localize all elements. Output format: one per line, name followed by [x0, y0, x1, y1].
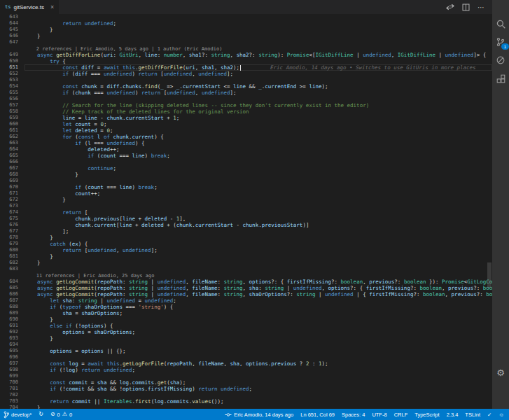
line-content[interactable]: line = line - chunk.currentStart + 1;	[25, 115, 492, 121]
code-line[interactable]: 654 const chunk = diff.chunks.find(_ => …	[0, 83, 492, 90]
code-line[interactable]: 656	[0, 96, 492, 102]
sync-button[interactable]: ↻	[35, 409, 47, 420]
extensions-icon[interactable]	[495, 73, 506, 84]
code-line[interactable]: 684 async getLogCommit(repoPath: string …	[0, 279, 492, 285]
line-content[interactable]: catch (ex) {	[25, 241, 492, 247]
code-line[interactable]: 676 chunk.current[line + deleted + (chun…	[0, 222, 492, 228]
code-line[interactable]: 661 let deleted = 0;	[0, 127, 492, 134]
line-content[interactable]: let count = 0;	[25, 121, 492, 127]
line-content[interactable]: sha = shaOrOptions;	[25, 310, 492, 316]
line-content[interactable]: if (diff === undefined) return [undefine…	[25, 71, 492, 77]
code-line[interactable]: 692 options = shaOrOptions;	[0, 329, 492, 335]
code-line[interactable]: 645 }	[0, 27, 492, 33]
line-content[interactable]	[25, 354, 492, 360]
code-line[interactable]: 681 }	[0, 253, 492, 260]
line-content[interactable]: if (l === undefined) {	[25, 140, 492, 146]
line-content[interactable]: 11 references | Eric Amodio, 25 days ago	[25, 272, 492, 279]
line-content[interactable]	[25, 373, 492, 379]
line-content[interactable]: }	[25, 260, 492, 266]
line-content[interactable]: async getLogCommit(repoPath: string | un…	[25, 279, 492, 285]
code-line[interactable]: 670 if (count === line) break;	[0, 184, 492, 190]
code-line[interactable]: 660 let count = 0;	[0, 121, 492, 127]
line-content[interactable]	[25, 266, 492, 272]
line-content[interactable]: continue;	[25, 165, 492, 172]
line-content[interactable]: 2 references | Eric Amodio, 5 days ago |…	[25, 46, 492, 52]
scrollbar-thumb[interactable]	[487, 262, 491, 288]
code-line[interactable]: 671 count++;	[0, 190, 492, 197]
line-content[interactable]: }	[25, 234, 492, 241]
language-indicator[interactable]: TypeScript	[411, 412, 442, 418]
code-line[interactable]: 700 const commit = sha && log.commits.ge…	[0, 379, 492, 386]
code-line[interactable]: 673	[0, 203, 492, 209]
line-content[interactable]: if (typeof shaOrOptions === 'string') {	[25, 304, 492, 310]
line-content[interactable]: }	[25, 316, 492, 323]
code-line[interactable]: 652 if (diff === undefined) return [unde…	[0, 71, 492, 77]
tslint-indicator[interactable]: TSLint	[461, 412, 484, 418]
code-line[interactable]: 695 options = options || {};	[0, 348, 492, 354]
code-line[interactable]: 701 if (!commit && sha && !options.first…	[0, 386, 492, 392]
line-content[interactable]: options = options || {};	[25, 348, 492, 354]
open-changes-icon[interactable]	[446, 4, 454, 10]
line-content[interactable]: return [undefined, undefined];	[25, 247, 492, 253]
line-content[interactable]: count++;	[25, 190, 492, 197]
check-icon[interactable]: ✓	[484, 412, 495, 418]
line-content[interactable]	[25, 392, 492, 398]
code-editor[interactable]: 643644 return undefined;645 }646 }647 2 …	[0, 14, 492, 409]
codelens-row[interactable]: 2 references | Eric Amodio, 5 days ago |…	[0, 46, 492, 52]
line-content[interactable]: if (!log) return undefined;	[25, 367, 492, 373]
split-editor-icon[interactable]	[462, 4, 470, 11]
code-line[interactable]: 691 else if (!options) {	[0, 323, 492, 329]
code-line[interactable]: 658 // Keep track of the deleted lines f…	[0, 108, 492, 115]
code-line[interactable]: 668 }	[0, 172, 492, 178]
problems-indicator[interactable]: ⊘ 0 ⚠ 0	[47, 409, 76, 420]
code-line[interactable]: 680 return [undefined, undefined];	[0, 247, 492, 253]
line-content[interactable]: options = shaOrOptions;	[25, 329, 492, 335]
code-line[interactable]: 669	[0, 178, 492, 184]
source-control-icon[interactable]: 1	[495, 36, 506, 48]
code-line[interactable]: 647	[0, 39, 492, 46]
code-line[interactable]: 696	[0, 354, 492, 360]
line-content[interactable]: return commit || Iterables.first(log.com…	[25, 398, 492, 405]
code-line[interactable]: 665 if (count === line) break;	[0, 153, 492, 159]
scrollbar[interactable]	[487, 14, 492, 409]
line-content[interactable]: async getDiffForLine(uri: GitUri, line: …	[25, 52, 492, 58]
line-content[interactable]: ];	[25, 228, 492, 234]
code-line[interactable]: 682 }	[0, 260, 492, 266]
code-line[interactable]: 674 return [	[0, 209, 492, 216]
line-content[interactable]: const chunk = diff.chunks.find(_ => _.cu…	[25, 83, 492, 90]
debug-icon[interactable]	[495, 55, 506, 66]
code-line[interactable]: 683	[0, 266, 492, 272]
line-content[interactable]: let sha: string | undefined = undefined;	[25, 298, 492, 304]
code-line[interactable]: 651 const diff = await this.getDiffForFi…	[0, 64, 492, 71]
code-line[interactable]: 686 async getLogCommit(repoPath: string …	[0, 291, 492, 298]
line-content[interactable]: const diff = await this.getDiffForFile(u…	[25, 64, 492, 71]
line-content[interactable]	[25, 203, 492, 209]
line-content[interactable]	[25, 14, 492, 20]
line-content[interactable]: for (const l of chunk.current) {	[25, 134, 492, 140]
code-line[interactable]: 687 let sha: string | undefined = undefi…	[0, 298, 492, 304]
code-line[interactable]: 657 // Search for the line (skipping del…	[0, 102, 492, 108]
code-line[interactable]: 689 sha = shaOrOptions;	[0, 310, 492, 316]
line-content[interactable]: async getLogCommit(repoPath: string | un…	[25, 285, 492, 291]
line-content[interactable]: if (!commit && sha && !options.firstIfMi…	[25, 386, 492, 392]
tab-gitservice[interactable]: ts gitService.ts ×	[0, 0, 59, 14]
line-content[interactable]: }	[25, 172, 492, 178]
line-content[interactable]: }	[25, 197, 492, 203]
line-content[interactable]: }	[25, 33, 492, 39]
line-content[interactable]	[25, 159, 492, 165]
line-content[interactable]: const commit = sha && log.commits.get(sh…	[25, 379, 492, 386]
line-content[interactable]: else if (!options) {	[25, 323, 492, 329]
line-content[interactable]	[25, 178, 492, 184]
line-content[interactable]: // Search for the line (skipping deleted…	[25, 102, 492, 108]
code-line[interactable]: 698 if (!log) return undefined;	[0, 367, 492, 373]
line-content[interactable]: }	[25, 253, 492, 260]
line-content[interactable]: if (count === line) break;	[25, 153, 492, 159]
code-line[interactable]: 655 if (chunk === undefined) return [und…	[0, 90, 492, 96]
code-line[interactable]: 702	[0, 392, 492, 398]
ts-version-indicator[interactable]: 2.3.4	[443, 412, 462, 418]
code-line[interactable]: 643	[0, 14, 492, 20]
line-content[interactable]: return undefined;	[25, 20, 492, 27]
code-line[interactable]: 649 async getDiffForLine(uri: GitUri, li…	[0, 52, 492, 58]
line-content[interactable]: }	[25, 27, 492, 33]
line-content[interactable]: chunk.previous[line + deleted - 1],	[25, 216, 492, 222]
